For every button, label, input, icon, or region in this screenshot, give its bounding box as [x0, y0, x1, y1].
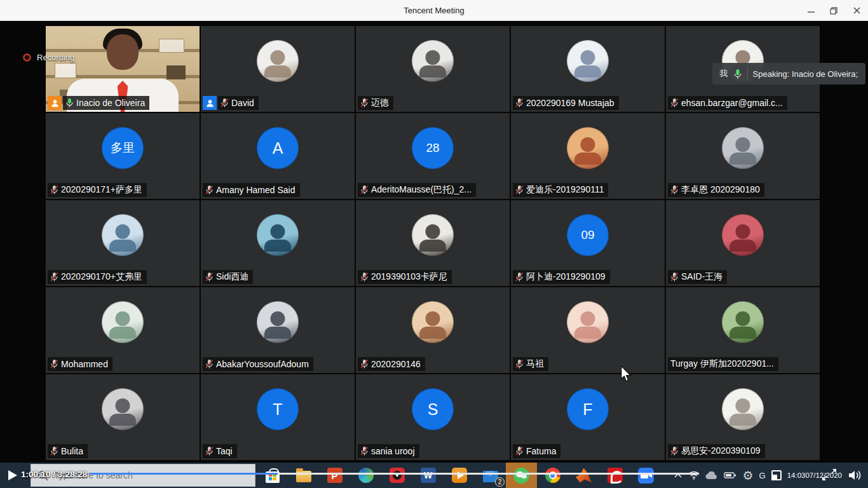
player-play-icon[interactable]: [6, 469, 19, 482]
player-progress-bar[interactable]: [89, 473, 699, 475]
participant-label: Amany Hamed Said: [203, 183, 300, 197]
mic-muted-icon: [50, 185, 58, 195]
participant-label: ehsan.barzgar@gmail.c...: [668, 96, 787, 110]
mic-muted-icon: [50, 446, 58, 456]
avatar-initial: F: [567, 388, 609, 430]
participant-tile[interactable]: 易思安-2020390109: [666, 374, 820, 460]
mic-muted-icon: [360, 272, 369, 282]
avatar-photo: [567, 301, 609, 343]
avatar-photo: [722, 214, 764, 256]
participant-label: Fatuma: [513, 444, 560, 458]
participant-label: AderitoMausse(巴托)_2...: [358, 183, 476, 197]
avatar-initial: 09: [567, 214, 609, 256]
mic-muted-icon: [360, 185, 369, 195]
participant-tile[interactable]: T Taqi: [201, 374, 355, 460]
avatar-photo: [102, 214, 144, 256]
mic-muted-icon: [515, 185, 524, 195]
meeting-stage: Inacio de Oliveira David 迈德: [0, 21, 868, 463]
participant-tile[interactable]: 28 AderitoMausse(巴托)_2...: [356, 113, 510, 199]
participant-tile[interactable]: S sania urooj: [356, 374, 510, 460]
participant-name: Turgay 伊斯加20202901...: [670, 358, 774, 370]
language-indicator[interactable]: G: [759, 471, 766, 480]
gear-icon[interactable]: ⚙: [742, 470, 753, 482]
participant-name: Fatuma: [526, 446, 556, 456]
word-icon[interactable]: W: [412, 463, 444, 488]
mic-muted-icon: [670, 272, 679, 282]
participant-tile[interactable]: AbakarYoussoufAdoum: [201, 287, 355, 373]
media-player-icon[interactable]: [444, 463, 475, 488]
tencent-meeting-icon[interactable]: [630, 463, 661, 488]
windows-flag-icon: [269, 474, 276, 480]
participant-tile[interactable]: 李卓恩 2020290180: [666, 113, 820, 199]
participant-tile[interactable]: Turgay 伊斯加20202901...: [666, 287, 820, 373]
participant-tile[interactable]: Sidi西迪: [201, 200, 355, 286]
mic-muted-icon: [360, 98, 369, 108]
microsoft-store-icon[interactable]: [257, 463, 288, 488]
music-app-icon[interactable]: [381, 463, 412, 488]
system-tray: ⚙ G 14:03 07/12/2020: [674, 463, 868, 488]
participant-name: 2020290169 Mustajab: [526, 98, 614, 108]
participant-tile[interactable]: 爱迪乐-2019290111: [511, 113, 665, 199]
participant-tile[interactable]: Mohammed: [46, 287, 200, 373]
window-titlebar: Tencent Meeting: [0, 0, 868, 21]
participant-tile[interactable]: David: [201, 26, 355, 112]
me-label: 我: [720, 68, 728, 79]
participant-tile[interactable]: Inacio de Oliveira: [46, 26, 200, 112]
acrobat-reader-icon[interactable]: [599, 463, 630, 488]
player-resize-arrows-icon[interactable]: [821, 466, 837, 485]
toast-divider: [747, 67, 748, 80]
participant-label: 2020290146: [358, 357, 425, 371]
participant-name: AderitoMausse(巴托)_2...: [371, 184, 471, 196]
participant-name: David: [231, 98, 254, 108]
avatar-photo: [257, 40, 299, 82]
participant-name: 2020290171+萨多里: [61, 184, 142, 196]
participant-name: Bulita: [61, 446, 83, 456]
wechat-icon[interactable]: [506, 463, 537, 488]
volume-icon[interactable]: [848, 470, 863, 481]
participant-tile[interactable]: 2019390103卡萨尼: [356, 200, 510, 286]
mic-muted-icon: [515, 272, 524, 282]
participant-tile[interactable]: Bulita: [46, 374, 200, 460]
participant-name: SAID-王海: [681, 271, 722, 283]
participant-label: 李卓恩 2020290180: [668, 183, 764, 197]
mic-muted-icon: [205, 359, 214, 369]
file-explorer-icon[interactable]: [288, 463, 319, 488]
participant-tile[interactable]: 2020290170+艾弗里: [46, 200, 200, 286]
speaking-toast: 我 Speaking: Inacio de Oliveira;: [712, 63, 865, 85]
participant-tile[interactable]: F Fatuma: [511, 374, 665, 460]
mic-muted-icon: [360, 359, 369, 369]
powerpoint-icon[interactable]: P: [319, 463, 350, 488]
avatar-photo: [257, 214, 299, 256]
cloud-icon[interactable]: [705, 471, 718, 480]
action-center-icon[interactable]: [771, 470, 782, 480]
restore-button[interactable]: [822, 0, 845, 21]
participant-tile[interactable]: A Amany Hamed Said: [201, 113, 355, 199]
matlab-icon[interactable]: [568, 463, 599, 488]
participant-label: 爱迪乐-2019290111: [513, 183, 608, 197]
edge-icon[interactable]: [350, 463, 381, 488]
participant-name: 马祖: [526, 358, 544, 370]
participant-label: Bulita: [48, 444, 88, 458]
mic-muted-icon: [670, 98, 679, 108]
participant-label: David: [218, 96, 259, 110]
person-icon: [205, 98, 215, 108]
participant-tile[interactable]: 迈德: [356, 26, 510, 112]
chrome-icon[interactable]: [537, 463, 568, 488]
minimize-button[interactable]: [799, 0, 822, 21]
participant-tile[interactable]: 马祖: [511, 287, 665, 373]
mail-icon[interactable]: 2: [475, 463, 506, 488]
participant-tile[interactable]: 09 阿卜迪-2019290109: [511, 200, 665, 286]
participant-tile[interactable]: 多里 2020290171+萨多里: [46, 113, 200, 199]
player-progress-fill: [89, 473, 278, 475]
mic-muted-icon: [205, 446, 214, 456]
mouse-cursor: [620, 366, 632, 383]
participant-tile[interactable]: 2020290146: [356, 287, 510, 373]
avatar-initial: A: [257, 127, 299, 169]
participant-tile[interactable]: 2020290169 Mustajab: [511, 26, 665, 112]
battery-icon[interactable]: [724, 471, 736, 479]
close-button[interactable]: [845, 0, 868, 21]
participant-tile[interactable]: SAID-王海: [666, 200, 820, 286]
window-title: Tencent Meeting: [0, 0, 868, 21]
avatar-initial: T: [257, 388, 299, 430]
mic-on-icon: [65, 98, 74, 108]
